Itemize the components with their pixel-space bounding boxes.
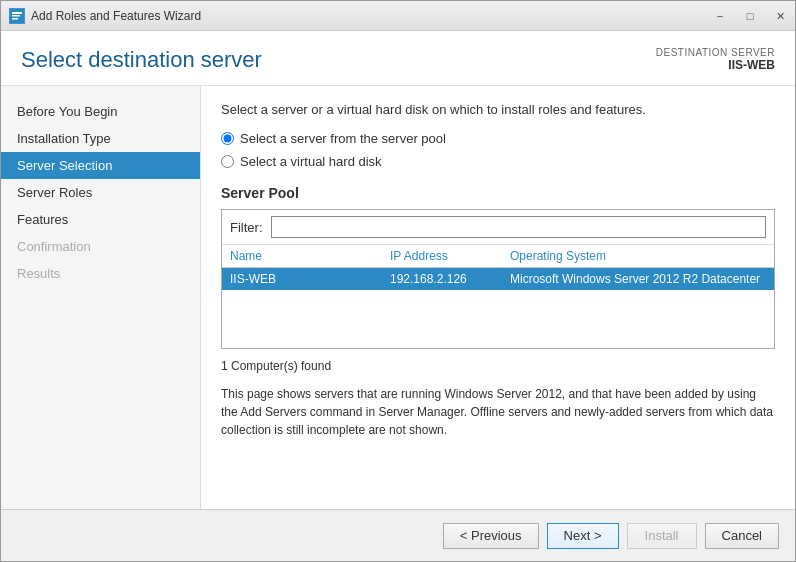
radio-group: Select a server from the server pool Sel… xyxy=(221,131,775,169)
table-body: IIS-WEB 192.168.2.126 Microsoft Windows … xyxy=(222,268,774,348)
radio-vhd-input[interactable] xyxy=(221,155,234,168)
sidebar-item-installation-type[interactable]: Installation Type xyxy=(1,125,200,152)
maximize-button[interactable]: □ xyxy=(735,1,765,31)
cell-os: Microsoft Windows Server 2012 R2 Datacen… xyxy=(510,272,766,286)
radio-vhd-label[interactable]: Select a virtual hard disk xyxy=(240,154,382,169)
content-area: Select a server or a virtual hard disk o… xyxy=(201,86,795,509)
minimize-button[interactable]: − xyxy=(705,1,735,31)
server-pool-title: Server Pool xyxy=(221,185,775,201)
wizard-body: Select destination server DESTINATION SE… xyxy=(1,31,795,561)
install-button: Install xyxy=(627,523,697,549)
destination-server-label: DESTINATION SERVER xyxy=(656,47,775,58)
close-button[interactable]: ✕ xyxy=(765,1,795,31)
radio-pool-input[interactable] xyxy=(221,132,234,145)
wizard-header: Select destination server DESTINATION SE… xyxy=(1,31,795,86)
destination-server-info: DESTINATION SERVER IIS-WEB xyxy=(656,47,775,72)
titlebar: Add Roles and Features Wizard − □ ✕ xyxy=(1,1,795,31)
server-pool-container: Filter: Name IP Address Operating System… xyxy=(221,209,775,349)
col-header-os[interactable]: Operating System xyxy=(510,249,766,263)
cell-name: IIS-WEB xyxy=(230,272,390,286)
cell-ip: 192.168.2.126 xyxy=(390,272,510,286)
wizard-main: Before You Begin Installation Type Serve… xyxy=(1,86,795,509)
table-header: Name IP Address Operating System xyxy=(222,245,774,268)
sidebar-item-results: Results xyxy=(1,260,200,287)
content-description: Select a server or a virtual hard disk o… xyxy=(221,102,775,117)
page-title: Select destination server xyxy=(21,47,262,73)
sidebar-item-before-you-begin[interactable]: Before You Begin xyxy=(1,98,200,125)
wizard-footer: < Previous Next > Install Cancel xyxy=(1,509,795,561)
titlebar-buttons: − □ ✕ xyxy=(705,1,795,30)
found-count: 1 Computer(s) found xyxy=(221,353,775,379)
col-header-ip[interactable]: IP Address xyxy=(390,249,510,263)
next-button[interactable]: Next > xyxy=(547,523,619,549)
sidebar-item-server-roles[interactable]: Server Roles xyxy=(1,179,200,206)
filter-row: Filter: xyxy=(222,210,774,245)
sidebar-item-server-selection[interactable]: Server Selection xyxy=(1,152,200,179)
sidebar-item-features[interactable]: Features xyxy=(1,206,200,233)
radio-server-pool[interactable]: Select a server from the server pool xyxy=(221,131,775,146)
radio-vhd[interactable]: Select a virtual hard disk xyxy=(221,154,775,169)
wizard-icon xyxy=(9,8,25,24)
svg-rect-2 xyxy=(12,15,20,17)
previous-button[interactable]: < Previous xyxy=(443,523,539,549)
svg-rect-1 xyxy=(12,12,22,14)
col-header-name[interactable]: Name xyxy=(230,249,390,263)
table-row[interactable]: IIS-WEB 192.168.2.126 Microsoft Windows … xyxy=(222,268,774,290)
destination-server-name: IIS-WEB xyxy=(656,58,775,72)
cancel-button[interactable]: Cancel xyxy=(705,523,779,549)
info-text: This page shows servers that are running… xyxy=(221,385,775,439)
filter-label: Filter: xyxy=(230,220,263,235)
wizard-window: Add Roles and Features Wizard − □ ✕ Sele… xyxy=(0,0,796,562)
radio-pool-label[interactable]: Select a server from the server pool xyxy=(240,131,446,146)
filter-input[interactable] xyxy=(271,216,767,238)
svg-rect-3 xyxy=(12,18,18,20)
titlebar-title: Add Roles and Features Wizard xyxy=(31,9,201,23)
sidebar-item-confirmation: Confirmation xyxy=(1,233,200,260)
sidebar: Before You Begin Installation Type Serve… xyxy=(1,86,201,509)
titlebar-left: Add Roles and Features Wizard xyxy=(9,8,201,24)
